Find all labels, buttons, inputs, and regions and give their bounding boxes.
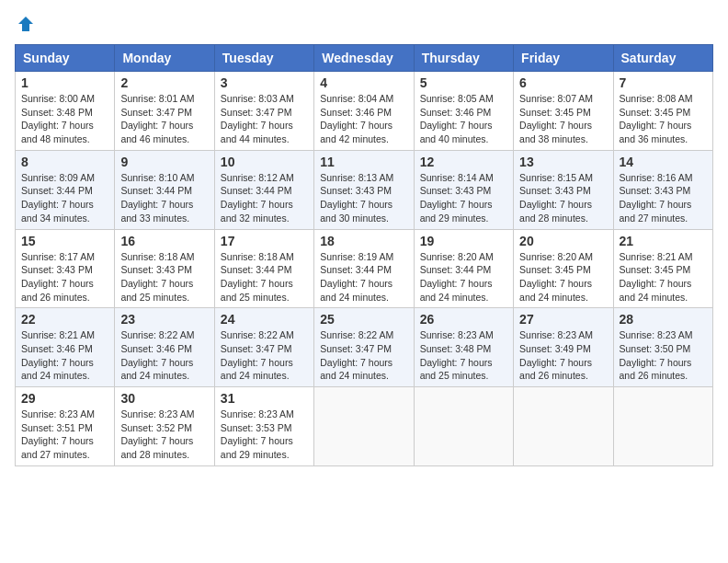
- cell-daylight: Daylight: 7 hours and 46 minutes.: [120, 120, 193, 144]
- day-number: 29: [21, 391, 108, 406]
- cell-daylight: Daylight: 7 hours and 33 minutes.: [120, 199, 193, 224]
- calendar-cell: 25 Sunrise: 8:22 AM Sunset: 3:47 PM Dayl…: [314, 308, 414, 387]
- calendar-cell: 14 Sunrise: 8:16 AM Sunset: 3:43 PM Dayl…: [613, 150, 712, 229]
- calendar-cell: 11 Sunrise: 8:13 AM Sunset: 3:43 PM Dayl…: [314, 150, 414, 229]
- cell-daylight: Daylight: 7 hours and 24 minutes.: [320, 357, 392, 382]
- cell-sunrise: Sunrise: 8:10 AM: [120, 172, 194, 183]
- cell-sunrise: Sunrise: 8:21 AM: [21, 329, 95, 340]
- cell-sunrise: Sunrise: 8:05 AM: [420, 93, 494, 104]
- day-number: 8: [21, 155, 108, 169]
- cell-sunset: Sunset: 3:43 PM: [420, 185, 492, 196]
- cell-sunset: Sunset: 3:48 PM: [21, 107, 93, 118]
- cell-daylight: Daylight: 7 hours and 34 minutes.: [21, 199, 94, 224]
- day-number: 28: [620, 312, 707, 327]
- cell-sunrise: Sunrise: 8:22 AM: [320, 329, 393, 340]
- cell-sunset: Sunset: 3:44 PM: [120, 185, 192, 196]
- cell-sunrise: Sunrise: 8:22 AM: [120, 329, 194, 340]
- calendar-cell: 19 Sunrise: 8:20 AM Sunset: 3:44 PM Dayl…: [414, 229, 513, 308]
- cell-daylight: Daylight: 7 hours and 25 minutes.: [221, 278, 293, 303]
- cell-daylight: Daylight: 7 hours and 26 minutes.: [21, 278, 94, 303]
- calendar-header-friday: Friday: [514, 45, 613, 72]
- calendar-cell: 29 Sunrise: 8:23 AM Sunset: 3:51 PM Dayl…: [16, 387, 115, 466]
- day-number: 9: [120, 155, 208, 169]
- cell-sunrise: Sunrise: 8:20 AM: [519, 251, 593, 262]
- cell-sunset: Sunset: 3:47 PM: [221, 343, 292, 354]
- cell-sunrise: Sunrise: 8:00 AM: [21, 93, 95, 104]
- calendar-cell: 31 Sunrise: 8:23 AM Sunset: 3:53 PM Dayl…: [214, 387, 313, 466]
- day-number: 18: [320, 234, 407, 248]
- cell-sunrise: Sunrise: 8:17 AM: [21, 251, 95, 262]
- calendar-cell: 4 Sunrise: 8:04 AM Sunset: 3:46 PM Dayli…: [314, 72, 414, 151]
- cell-sunrise: Sunrise: 8:15 AM: [519, 172, 593, 183]
- day-number: 15: [21, 234, 108, 248]
- calendar-cell: 15 Sunrise: 8:17 AM Sunset: 3:43 PM Dayl…: [16, 229, 115, 308]
- cell-daylight: Daylight: 7 hours and 26 minutes.: [519, 357, 592, 382]
- calendar-cell: 17 Sunrise: 8:18 AM Sunset: 3:44 PM Dayl…: [214, 229, 313, 308]
- cell-sunset: Sunset: 3:44 PM: [21, 185, 93, 196]
- cell-sunrise: Sunrise: 8:04 AM: [320, 93, 393, 104]
- cell-sunrise: Sunrise: 8:23 AM: [620, 329, 693, 340]
- calendar-week-row: 29 Sunrise: 8:23 AM Sunset: 3:51 PM Dayl…: [16, 387, 713, 466]
- cell-sunrise: Sunrise: 8:20 AM: [420, 251, 494, 262]
- calendar-week-row: 22 Sunrise: 8:21 AM Sunset: 3:46 PM Dayl…: [16, 308, 713, 387]
- calendar-cell: 30 Sunrise: 8:23 AM Sunset: 3:52 PM Dayl…: [115, 387, 214, 466]
- day-number: 2: [120, 75, 208, 90]
- calendar-cell: 16 Sunrise: 8:18 AM Sunset: 3:43 PM Dayl…: [115, 229, 214, 308]
- calendar-cell: 8 Sunrise: 8:09 AM Sunset: 3:44 PM Dayli…: [16, 150, 115, 229]
- day-number: 26: [420, 312, 507, 327]
- cell-daylight: Daylight: 7 hours and 32 minutes.: [221, 199, 293, 224]
- cell-sunrise: Sunrise: 8:19 AM: [320, 251, 393, 262]
- cell-sunrise: Sunrise: 8:21 AM: [620, 251, 693, 262]
- cell-daylight: Daylight: 7 hours and 24 minutes.: [420, 278, 493, 303]
- day-number: 16: [120, 234, 208, 248]
- cell-sunset: Sunset: 3:45 PM: [519, 107, 591, 118]
- cell-sunset: Sunset: 3:46 PM: [120, 343, 192, 354]
- cell-sunrise: Sunrise: 8:01 AM: [120, 93, 194, 104]
- day-number: 23: [120, 312, 208, 327]
- day-number: 27: [519, 312, 607, 327]
- cell-daylight: Daylight: 7 hours and 24 minutes.: [320, 278, 392, 303]
- cell-sunset: Sunset: 3:45 PM: [519, 264, 591, 275]
- cell-sunrise: Sunrise: 8:13 AM: [320, 172, 393, 183]
- calendar-week-row: 8 Sunrise: 8:09 AM Sunset: 3:44 PM Dayli…: [16, 150, 713, 229]
- day-number: 3: [221, 75, 308, 90]
- cell-sunrise: Sunrise: 8:18 AM: [221, 251, 294, 262]
- cell-sunset: Sunset: 3:45 PM: [620, 264, 691, 275]
- day-number: 22: [21, 312, 108, 327]
- cell-sunset: Sunset: 3:46 PM: [320, 107, 392, 118]
- calendar-header-row: SundayMondayTuesdayWednesdayThursdayFrid…: [16, 45, 713, 72]
- calendar-week-row: 15 Sunrise: 8:17 AM Sunset: 3:43 PM Dayl…: [16, 229, 713, 308]
- cell-sunrise: Sunrise: 8:16 AM: [620, 172, 693, 183]
- calendar-cell: 6 Sunrise: 8:07 AM Sunset: 3:45 PM Dayli…: [514, 72, 613, 151]
- cell-sunset: Sunset: 3:44 PM: [320, 264, 392, 275]
- cell-sunset: Sunset: 3:50 PM: [620, 343, 691, 354]
- day-number: 5: [420, 75, 507, 90]
- logo-icon: [17, 15, 35, 33]
- cell-daylight: Daylight: 7 hours and 29 minutes.: [420, 199, 493, 224]
- cell-sunrise: Sunrise: 8:23 AM: [21, 408, 95, 419]
- cell-daylight: Daylight: 7 hours and 27 minutes.: [620, 199, 692, 224]
- calendar: SundayMondayTuesdayWednesdayThursdayFrid…: [15, 44, 713, 466]
- cell-sunset: Sunset: 3:47 PM: [221, 107, 292, 118]
- day-number: 6: [519, 75, 607, 90]
- cell-sunrise: Sunrise: 8:14 AM: [420, 172, 494, 183]
- day-number: 10: [221, 155, 308, 169]
- calendar-cell: 10 Sunrise: 8:12 AM Sunset: 3:44 PM Dayl…: [214, 150, 313, 229]
- cell-daylight: Daylight: 7 hours and 38 minutes.: [519, 120, 592, 144]
- logo: [15, 15, 35, 33]
- calendar-header-thursday: Thursday: [414, 45, 513, 72]
- cell-sunset: Sunset: 3:52 PM: [120, 422, 192, 433]
- cell-sunset: Sunset: 3:44 PM: [221, 264, 292, 275]
- calendar-cell: 2 Sunrise: 8:01 AM Sunset: 3:47 PM Dayli…: [115, 72, 214, 151]
- calendar-cell: 20 Sunrise: 8:20 AM Sunset: 3:45 PM Dayl…: [514, 229, 613, 308]
- cell-daylight: Daylight: 7 hours and 24 minutes.: [620, 278, 692, 303]
- cell-daylight: Daylight: 7 hours and 24 minutes.: [21, 357, 94, 382]
- cell-sunset: Sunset: 3:44 PM: [420, 264, 492, 275]
- calendar-cell: [414, 387, 513, 466]
- calendar-cell: 26 Sunrise: 8:23 AM Sunset: 3:48 PM Dayl…: [414, 308, 513, 387]
- calendar-cell: [613, 387, 712, 466]
- cell-sunrise: Sunrise: 8:23 AM: [120, 408, 194, 419]
- cell-sunrise: Sunrise: 8:07 AM: [519, 93, 593, 104]
- calendar-header-wednesday: Wednesday: [314, 45, 414, 72]
- cell-daylight: Daylight: 7 hours and 26 minutes.: [620, 357, 692, 382]
